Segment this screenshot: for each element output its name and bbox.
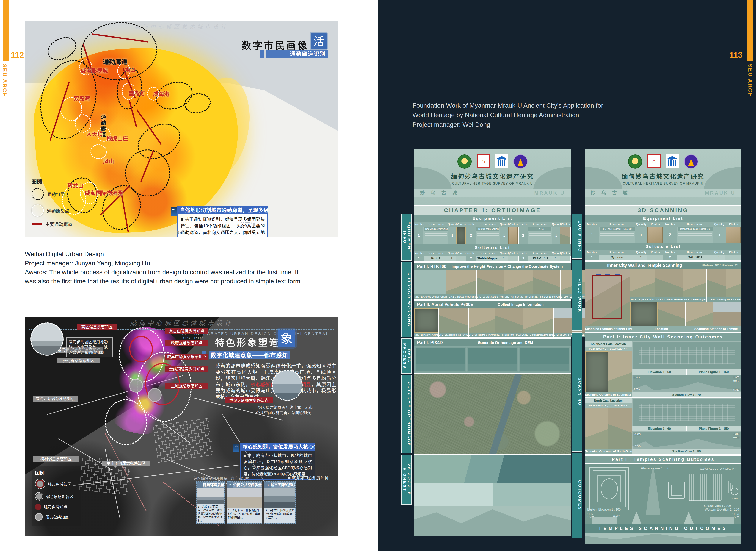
panel-number: 1	[197, 482, 203, 489]
step-caption: STEP 5: Monitor realtime data	[523, 333, 553, 337]
col-photos: Photos	[560, 222, 571, 226]
book-spread: 112 SEU ARCH 威海中心城区总体城市设计	[0, 0, 756, 551]
column-group: Number Device name Quantity Photos	[663, 222, 741, 226]
side-tab: DATA PROCESS	[401, 339, 412, 374]
drawing-captions: Elevation 1 : 60 Plane Figure 1 : 150	[632, 426, 741, 431]
col-quantity: Quantity	[448, 222, 456, 226]
evaluation-panels: 1 建筑环境质量 1、沿街的建筑高度、建筑立面、建筑质量等因素成为影响都市感受度…	[196, 481, 281, 524]
place-label: 威海影视城	[81, 66, 108, 74]
col-device: Device name	[476, 251, 500, 255]
terrain-profile	[632, 380, 741, 392]
location-map	[630, 302, 658, 326]
side-tab: OUTCOMES	[572, 453, 582, 538]
equipment-qty: 1	[500, 226, 508, 244]
step-caption: STEP 5: So On to the Point	[533, 295, 560, 299]
col-number: Number	[663, 222, 677, 226]
software-photo	[456, 255, 466, 261]
weak-perception-point	[129, 379, 143, 393]
intro-line: Foundation Work of Myanmar Mrauk-U Ancie…	[412, 101, 666, 110]
pagoda-point-cloud	[641, 467, 665, 515]
field-work-captions: Scanning Stations of Inner City Wall Loc…	[585, 326, 741, 332]
footer-silhouette	[585, 533, 741, 544]
step-caption: STEP 4: Take off the P600E	[495, 333, 523, 337]
software-name: Cyclone	[599, 254, 635, 260]
height-value: 27.280	[730, 497, 738, 500]
weak-point-symbol	[35, 513, 43, 521]
step-cell: STEP V: Finish	[726, 269, 741, 302]
legend-title: 图例	[32, 177, 76, 185]
gate-coordinates: 93.19326907 E ， 20.59183896 N	[585, 403, 632, 408]
mrauk-u-emblem-logo	[684, 154, 698, 169]
section-bar-p600e: Part II: Aerial Vehicle P600E Collect Im…	[414, 301, 571, 308]
col-number: Number	[585, 250, 599, 254]
software-entry: 2 CAD 2011 1	[663, 254, 741, 260]
side-tab: OUTDOOR WORKING	[401, 262, 412, 337]
elevation-value: 0.000	[733, 380, 739, 382]
left-brand-label: SEU ARCH	[1, 64, 8, 97]
legend-item: 主要通勤廊道	[32, 221, 76, 227]
place-label: 威海国际物流园	[85, 189, 123, 196]
col-device: Device name	[599, 222, 635, 226]
device-name: Six rotor aerial vehicle	[476, 227, 499, 230]
col-photos: Photos	[726, 222, 741, 226]
step-photo	[469, 308, 495, 333]
step-caption: STEP 3: Mark Control Point	[477, 295, 504, 299]
poster-header: ⌂ UNESCO 缅甸妙乌古城文化遗产研究 CULTURAL HERITAGE …	[585, 149, 741, 205]
gate-photos	[585, 408, 632, 449]
heritage-institute-logo: ⌂	[477, 154, 490, 167]
plane-figure-label: Plane Figure 1 : 60	[641, 467, 669, 470]
monastery-elevation-silhouette	[710, 517, 734, 524]
col-device: Device name	[599, 250, 635, 254]
equipment-number: 3	[519, 226, 528, 244]
break-point-symbol	[32, 204, 44, 216]
weak-perception-label: 张村弱意象感知区	[57, 358, 100, 364]
software-screenshot	[519, 348, 570, 372]
equipment-number: 1	[414, 226, 423, 244]
panel-photo	[197, 489, 224, 504]
quality-note: 经区综合空间评价高，意向感知强	[194, 475, 250, 481]
footer-silhouette	[414, 506, 571, 536]
device-name: Total station: Leica Builder 502	[678, 227, 713, 230]
terrain-profile	[632, 436, 741, 449]
photo-caption: 世纪大厦建筑群天际线丰富，沿街公共空间设施完善，意向感知强	[253, 405, 314, 416]
temple-outcomes: Plane Figure 1 : 60 93.18857521 E ， 20.6…	[585, 463, 741, 524]
corridor-label: 通勤廊道	[103, 57, 127, 66]
right-page-number: 113	[720, 50, 743, 60]
column-group: Number Device name Quantity Photos	[585, 222, 663, 226]
map-tagline: 通勤廊道识别	[266, 50, 328, 58]
strong-perception-label: 政府强意象感知点	[165, 340, 208, 346]
legend-label: 强意象感知点	[44, 504, 67, 510]
place-label: 大天顶	[86, 130, 103, 137]
column-group: Number Device name Quantity Photos	[519, 222, 571, 226]
section-drawing: -0.315 -2.225 1.315 0.000	[632, 431, 741, 449]
side-tab: VS GOOGLE HIGHEST	[401, 455, 412, 505]
software-entry: 2 Globle Mapper 1	[466, 255, 518, 261]
wall-outline	[592, 275, 622, 319]
device-name: 3-D Laser Scanner HDS6000	[600, 227, 635, 230]
google-comparison-image	[414, 483, 571, 506]
map-seal-stamp: 活	[311, 33, 327, 49]
elevation-value: -0.315	[634, 433, 641, 436]
step-photo	[655, 269, 683, 297]
small-temple-plan	[668, 482, 685, 499]
software-list-header: Software List	[414, 244, 571, 251]
software-photo	[647, 254, 663, 260]
project-title: Weihai Digital Urban Design	[25, 249, 310, 258]
step-caption: STEP I: Adjust the Tripod	[630, 297, 655, 302]
heritage-institute-logo: ⌂	[647, 154, 661, 167]
panel-caption: 3、良好的天际轮廓线是评价都市感知度的重要标准之一。	[264, 508, 295, 523]
station-count: Station: 92 / Station: 24	[702, 263, 739, 267]
step-cell: STEP III: Place Targets	[683, 269, 707, 302]
temple-aerial	[658, 302, 686, 326]
col-photos: Photos	[560, 251, 571, 255]
gate-drawings: Elevation 1 : 60 Plane Figure 1 : 150 -0…	[632, 398, 741, 454]
device-name: Fixed wing aerial vehicle P600E	[424, 227, 448, 230]
project-description: Weihai Digital Urban Design Project mana…	[25, 249, 310, 286]
part-label: Part II: Aerial Vehicle P600E	[417, 302, 473, 307]
place-label: 威海港	[153, 90, 169, 98]
strong-perception-label: 高区强意象感知区	[77, 324, 117, 330]
column-group: Number Device name Quantity Photos	[414, 222, 466, 226]
seu-logo	[628, 154, 642, 169]
step-cell: STEP IV: Scanning	[707, 269, 726, 302]
equipment-number: 1	[585, 226, 599, 243]
